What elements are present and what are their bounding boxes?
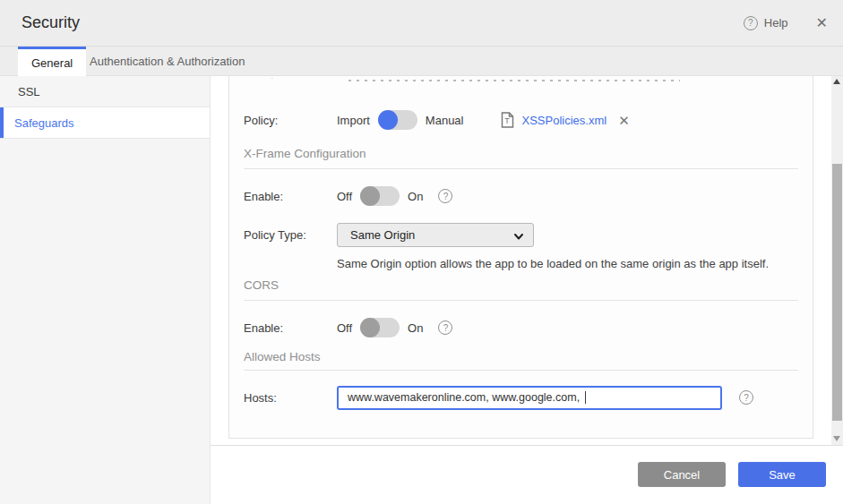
policy-file-link[interactable]: XSSPolicies.xml (521, 114, 606, 127)
sidebar-item-safeguards[interactable]: Safeguards (0, 107, 210, 139)
policy-type-label: Policy Type: (244, 228, 337, 242)
scrollbar-thumb[interactable] (832, 164, 842, 421)
clipped-scrolled-content: '' (244, 76, 798, 85)
cors-enable-toggle[interactable] (360, 318, 400, 337)
policy-type-row: Policy Type: Same Origin (244, 222, 798, 247)
policy-import-manual-toggle[interactable] (378, 110, 417, 130)
hosts-input-value: www.wavemakeronline.com, www.google.com, (348, 391, 583, 404)
cancel-button[interactable]: Cancel (638, 462, 726, 487)
cors-enable-row: Enable: Off On (244, 315, 798, 340)
sidebar: SSL Safeguards (0, 76, 211, 504)
main-content: '' Policy: Import Manual T XSSPolicies.x… (211, 76, 843, 445)
scrollbar[interactable] (831, 76, 843, 445)
hosts-label: Hosts: (244, 391, 337, 405)
cors-enable-help-icon[interactable] (438, 320, 452, 335)
settings-panel: '' Policy: Import Manual T XSSPolicies.x… (228, 76, 813, 439)
help-button[interactable]: Help (744, 16, 788, 30)
dialog-header: Security Help (0, 0, 843, 47)
page-title: Security (22, 13, 80, 32)
chevron-down-icon (513, 231, 524, 242)
hosts-input[interactable]: www.wavemakeronline.com, www.google.com, (337, 386, 722, 410)
scroll-up-icon[interactable] (833, 79, 840, 84)
policy-type-description: Same Origin option allows the app to be … (337, 257, 798, 271)
policy-type-select[interactable]: Same Origin (337, 223, 534, 247)
section-title-cors: CORS (244, 278, 798, 292)
cors-toggle-off-label[interactable]: Off (337, 321, 352, 335)
save-button[interactable]: Save (738, 462, 826, 487)
svg-text:T: T (505, 116, 511, 125)
section-divider (244, 300, 798, 301)
sidebar-item-ssl[interactable]: SSL (0, 76, 210, 107)
help-circle-icon (744, 16, 758, 30)
text-caret (585, 391, 586, 404)
xframe-enable-label: Enable: (244, 190, 337, 203)
tab-bar: General Authentication & Authorization (0, 47, 843, 76)
policy-option-import[interactable]: Import (337, 114, 370, 127)
remove-file-icon[interactable] (618, 114, 630, 127)
policy-type-value: Same Origin (350, 228, 415, 242)
hosts-row: Hosts: www.wavemakeronline.com, www.goog… (244, 385, 798, 410)
policy-option-manual[interactable]: Manual (426, 114, 464, 127)
hosts-help-icon[interactable] (739, 390, 753, 405)
section-title-allowed-hosts: Allowed Hosts (244, 350, 798, 363)
close-icon[interactable] (816, 16, 828, 30)
section-title-xframe: X-Frame Configuration (244, 147, 798, 160)
toggle-knob (360, 186, 380, 206)
toggle-knob (378, 110, 398, 130)
cors-enable-label: Enable: (244, 321, 337, 335)
xframe-enable-help-icon[interactable] (438, 189, 452, 203)
footer-bar: Cancel Save (211, 445, 843, 504)
xframe-toggle-on-label[interactable]: On (408, 190, 423, 203)
policy-label: Policy: (244, 114, 337, 127)
policy-row: Policy: Import Manual T XSSPolicies.xml (244, 107, 798, 132)
xframe-enable-toggle[interactable] (360, 186, 400, 206)
cors-toggle-on-label[interactable]: On (408, 321, 423, 335)
policy-file-chip: T XSSPolicies.xml (501, 112, 629, 128)
tab-authentication-authorization[interactable]: Authentication & Authorization (76, 47, 258, 76)
scroll-down-icon[interactable] (833, 436, 840, 441)
help-label: Help (764, 16, 788, 30)
toggle-knob (360, 318, 380, 337)
file-xml-icon: T (501, 112, 514, 128)
section-divider (244, 168, 798, 169)
section-divider (244, 370, 798, 371)
xframe-enable-row: Enable: Off On (244, 184, 798, 209)
xframe-toggle-off-label[interactable]: Off (337, 190, 352, 203)
